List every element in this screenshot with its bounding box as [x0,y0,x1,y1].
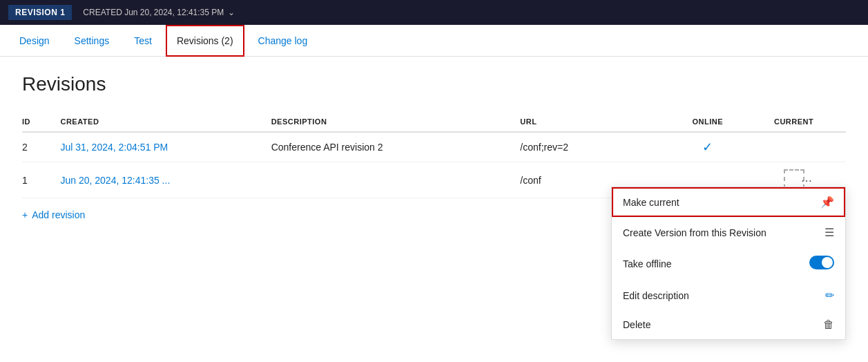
col-header-description: DESCRIPTION [271,112,521,132]
plus-icon: + [22,209,28,220]
online-checkmark: ✓ [702,140,713,154]
menu-item-create-version[interactable]: Create Version from this Revision ☰ [612,218,845,237]
col-header-online: ONLINE [673,112,750,132]
col-header-created: CREATED [60,112,271,132]
row-online: ✓ [673,132,750,162]
tab-test[interactable]: Test [123,25,163,57]
revisions-table: ID CREATED DESCRIPTION URL ONLINE CURREN… [22,112,846,198]
tab-design[interactable]: Design [8,25,61,57]
more-dots-icon[interactable]: ⋯ [801,173,811,187]
revision-badge: REVISION 1 [8,5,72,20]
table-row: 2 Jul 31, 2024, 2:04:51 PM Conference AP… [22,132,846,162]
row-current [750,132,846,162]
row-created: Jul 31, 2024, 2:04:51 PM [60,132,271,162]
row-url: /conf;rev=2 [520,132,673,162]
col-header-url: URL [520,112,673,132]
add-revision-label[interactable]: Add revision [32,209,85,220]
chevron-down-icon[interactable]: ⌄ [228,8,235,17]
col-header-current: CURRENT [750,112,846,132]
row-id: 1 [22,162,60,198]
created-label: CREATED Jun 20, 2024, 12:41:35 PM ⌄ [83,8,235,17]
context-menu: Make current 📌 Create Version from this … [611,187,846,237]
row-id: 2 [22,132,60,162]
page-title: Revisions [22,73,846,95]
pin-icon: 📌 [820,196,834,209]
menu-item-make-current-label: Make current [623,197,820,208]
row-description [271,162,521,198]
menu-item-create-version-label: Create Version from this Revision [623,227,824,238]
nav-tabs: Design Settings Test Revisions (2) Chang… [0,25,868,57]
list-icon: ☰ [824,226,834,237]
col-header-id: ID [22,112,60,132]
row-description: Conference API revision 2 [271,132,521,162]
tab-changelog[interactable]: Change log [247,25,319,57]
tab-revisions[interactable]: Revisions (2) [166,25,244,57]
menu-item-make-current[interactable]: Make current 📌 [612,187,845,217]
tab-settings[interactable]: Settings [64,25,121,57]
top-bar: REVISION 1 CREATED Jun 20, 2024, 12:41:3… [0,0,868,25]
row-created: Jun 20, 2024, 12:41:35 ... [60,162,271,198]
